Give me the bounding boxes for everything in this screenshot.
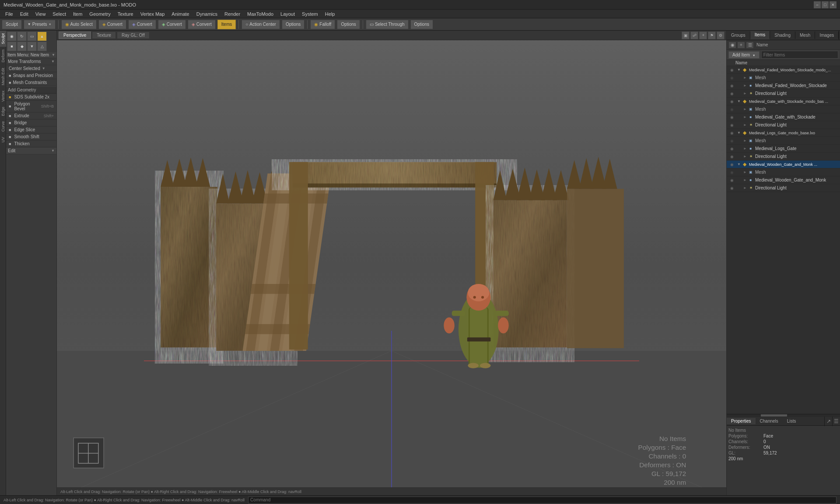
mesh-constraints-btn[interactable]: ■ Mesh Constraints <box>6 79 56 86</box>
mode-btn-5[interactable]: ■ <box>7 42 17 51</box>
visibility-icon-logsgate[interactable]: ◉ <box>728 145 735 152</box>
tree-arrow-1[interactable]: ▼ <box>736 67 742 73</box>
props-tab-properties[interactable]: Properties <box>727 418 756 424</box>
tree-arrow-light2[interactable]: ► <box>742 122 748 128</box>
mode-btn-3[interactable]: ▭ <box>27 32 37 41</box>
add-item-button[interactable]: Add Item ▼ <box>728 51 760 59</box>
visibility-icon-3[interactable]: ◉ <box>728 130 735 136</box>
vert-tab-mesh-edit[interactable]: Mesh Edit <box>0 65 6 88</box>
command-input[interactable] <box>248 497 836 504</box>
thicken-btn[interactable]: ■ Thicken <box>6 140 56 147</box>
visibility-icon-light2[interactable]: ◉ <box>728 122 735 129</box>
tab-mesh[interactable]: Mesh <box>795 32 815 39</box>
smooth-shift-btn[interactable]: ■ Smooth Shift <box>6 133 56 140</box>
tree-arrow-gatestockade[interactable]: ► <box>742 115 748 120</box>
tree-item-mesh3[interactable]: ◉ ► ▣ Mesh <box>727 137 840 145</box>
filter-items-input[interactable] <box>761 51 838 59</box>
menu-system[interactable]: System <box>298 10 322 18</box>
tree-item-group4[interactable]: ◉ ▼ ◆ Medieval_Wooden_Gate_and_Monk ... <box>727 161 840 168</box>
props-more-icon[interactable]: ☰ <box>832 416 840 426</box>
items-button[interactable]: Items <box>217 20 236 29</box>
mode-btn-8[interactable]: △ <box>37 42 47 51</box>
visibility-icon-mesh4[interactable]: ◉ <box>728 169 735 176</box>
menu-geometry[interactable]: Geometry <box>86 10 114 18</box>
tree-item-gatestockade[interactable]: ◉ ► ■ Medieval_Gate_with_Stockade <box>727 113 840 121</box>
convert-button-1[interactable]: ◈ Convert <box>98 20 126 29</box>
bridge-btn[interactable]: ■ Bridge <box>6 119 56 126</box>
options-button-1[interactable]: Options <box>282 20 304 29</box>
tree-item-light3[interactable]: ◉ ► ☀ Directional Light <box>727 153 840 161</box>
mode-btn-2[interactable]: ↻ <box>17 32 27 41</box>
tree-item-light4[interactable]: ◉ ► ☀ Directional Light <box>727 184 840 192</box>
menu-help[interactable]: Help <box>322 10 339 18</box>
visibility-icon-mesh1[interactable]: ◉ <box>728 74 735 81</box>
tab-items[interactable]: Items <box>750 31 770 39</box>
tree-arrow-light3[interactable]: ► <box>742 154 748 159</box>
snaps-precision-btn[interactable]: ■ Snaps and Precision <box>6 72 56 79</box>
tree-item-group3[interactable]: ◉ ▼ ◆ Medieval_Logs_Gate_modo_base.lxo <box>727 129 840 137</box>
more-transforms-row[interactable]: More Transforms ▼ <box>6 58 56 65</box>
vert-tab-deform[interactable]: Deform <box>0 47 6 65</box>
presets-button[interactable]: ▼ Presets ▼ <box>24 20 56 29</box>
viewport-icon-3[interactable]: ⌖ <box>699 32 707 39</box>
menu-animate[interactable]: Animate <box>168 10 192 18</box>
tree-item-stockade1[interactable]: ◉ ► ■ Medieval_Faded_Wooden_Stockade <box>727 82 840 90</box>
mode-btn-1[interactable]: ◉ <box>7 32 17 41</box>
options-button-2[interactable]: Options <box>337 20 360 29</box>
tree-arrow-mesh1[interactable]: ► <box>742 75 748 80</box>
menu-edit[interactable]: Edit <box>17 10 32 18</box>
menu-item[interactable]: Item <box>70 10 86 18</box>
menu-texture[interactable]: Texture <box>114 10 137 18</box>
tree-item-mesh1[interactable]: ◉ ► ▣ Mesh <box>727 74 840 82</box>
vert-tab-edge[interactable]: Edge <box>0 104 6 119</box>
tree-item-group1[interactable]: ◉ ▼ ◆ Medieval_Faded_Wooden_Stockade_mod… <box>727 66 840 74</box>
minimize-button[interactable]: – <box>814 1 821 8</box>
mode-btn-7[interactable]: ▼ <box>27 42 37 51</box>
visibility-icon-light4[interactable]: ◉ <box>728 185 735 192</box>
viewport-canvas[interactable]: No Items Polygons : Face Channels : 0 De… <box>57 40 726 487</box>
tree-arrow-logsgate[interactable]: ► <box>742 146 748 151</box>
tree-arrow-stockade1[interactable]: ► <box>742 83 748 88</box>
close-button[interactable]: ✕ <box>830 1 836 8</box>
viewport-icon-4[interactable]: ⚑ <box>708 32 716 39</box>
props-tab-channels[interactable]: Channels <box>756 418 783 424</box>
sds-subdivide-btn[interactable]: ■ SDS Subdivide 2x <box>6 94 56 101</box>
tab-shading[interactable]: Shading <box>770 32 795 39</box>
visibility-icon-stockade1[interactable]: ◉ <box>728 82 735 89</box>
visibility-icon-gatestockade[interactable]: ◉ <box>728 114 735 121</box>
center-selected-row[interactable]: Center Selected ▼ <box>6 65 56 72</box>
tree-arrow-2[interactable]: ▼ <box>736 99 742 104</box>
extrude-btn[interactable]: ■ Extrude Shift+ <box>6 112 56 119</box>
convert-button-4[interactable]: ◈ Convert <box>188 20 216 29</box>
tree-arrow-light1[interactable]: ► <box>742 91 748 96</box>
visibility-icon-4[interactable]: ◉ <box>728 161 735 168</box>
menu-dynamics[interactable]: Dynamics <box>193 10 221 18</box>
menu-select[interactable]: Select <box>49 10 70 18</box>
menu-maxtomodo[interactable]: MaxToModo <box>244 10 277 18</box>
vert-tab-curve[interactable]: Curve <box>0 119 6 134</box>
tree-item-group2[interactable]: ◉ ▼ ◆ Medieval_Gate_with_Stockade_modo_b… <box>727 98 840 105</box>
tree-arrow-mesh2[interactable]: ► <box>742 107 748 112</box>
maximize-button[interactable]: □ <box>822 1 829 8</box>
tab-groups[interactable]: Groups <box>727 32 750 39</box>
tree-arrow-woodengate[interactable]: ► <box>742 178 748 183</box>
viewport-tab-ray-gl[interactable]: Ray GL: Off <box>117 32 150 39</box>
options-button-3[interactable]: Options <box>410 20 433 29</box>
tree-item-mesh2[interactable]: ◉ ► ▣ Mesh <box>727 105 840 113</box>
viewport[interactable]: Perspective Texture Ray GL: Off ▣ ☍ ⌖ ⚑ … <box>57 31 726 495</box>
mode-btn-6[interactable]: ◆ <box>17 42 27 51</box>
viewport-tab-perspective[interactable]: Perspective <box>59 32 91 39</box>
convert-button-2[interactable]: ◈ Convert <box>128 20 156 29</box>
tree-item-light1[interactable]: ◉ ► ☀ Directional Light <box>727 90 840 98</box>
visibility-icon-light1[interactable]: ◉ <box>728 90 735 97</box>
menu-render[interactable]: Render <box>221 10 244 18</box>
tree-arrow-4[interactable]: ▼ <box>736 162 742 167</box>
viewport-icon-2[interactable]: ☍ <box>690 32 698 39</box>
convert-button-3[interactable]: ◈ Convert <box>158 20 186 29</box>
menu-file[interactable]: File <box>2 10 17 18</box>
visibility-icon-mesh3[interactable]: ◉ <box>728 137 735 144</box>
tree-arrow-3[interactable]: ▼ <box>736 130 742 136</box>
polygon-bevel-btn[interactable]: ■ Polygon Bevel Shift+B <box>6 101 56 112</box>
tab-images[interactable]: Images <box>815 32 839 39</box>
menu-layout[interactable]: Layout <box>277 10 298 18</box>
